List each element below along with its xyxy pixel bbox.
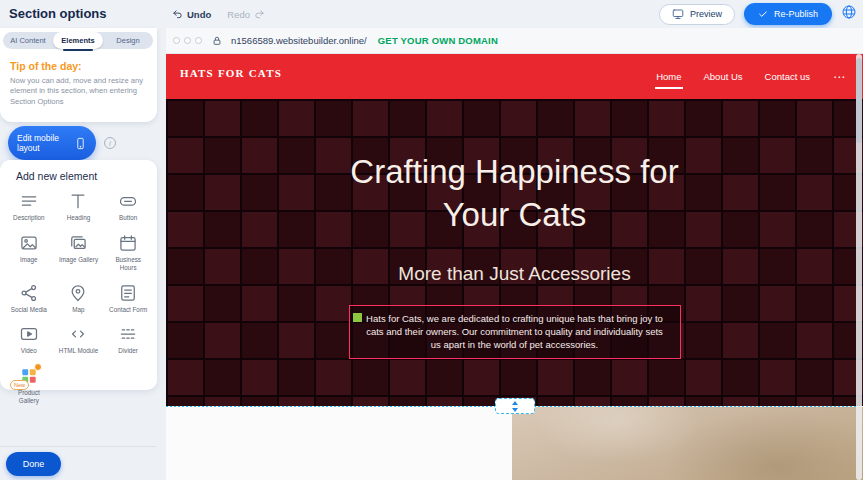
app-root: Section options Undo Redo Preview Re-Pub… [0,0,863,480]
sidebar-tabs: AI Content Elements Design [3,32,153,49]
divider-icon [118,324,138,344]
tab-ai-content[interactable]: AI Content [3,32,53,49]
add-element-contact-form[interactable]: Contact Form [103,283,153,314]
map-icon [68,283,88,303]
business-hours-icon [118,233,138,253]
nav-contact-us[interactable]: Contact us [764,67,811,86]
image-gallery-icon [68,233,88,253]
sidebar-top-panel: AI Content Elements Design Tip of the da… [0,28,157,122]
element-label: Contact Form [109,306,147,314]
tip-title: Tip of the day: [10,60,148,72]
new-badge: New [10,380,29,390]
element-label: Video [21,347,37,355]
globe-icon [841,4,857,20]
element-label: Map [72,306,84,314]
add-element-description[interactable]: Description [4,191,54,222]
button-icon [118,191,138,211]
site-header[interactable]: HATS FOR CATS Home About Us Contact us ⋯ [166,54,863,99]
redo-label: Redo [227,9,250,20]
undo-label: Undo [187,9,211,20]
element-grid: Description Heading Button Image Image G… [4,191,153,405]
undo-button[interactable]: Undo [172,9,211,20]
element-label: Image Gallery [59,256,98,264]
add-element-business-hours[interactable]: Business Hours [103,233,153,272]
sidebar: AI Content Elements Design Tip of the da… [0,28,166,480]
add-element-product-gallery[interactable]: New Product Gallery [4,366,54,405]
redo-button[interactable]: Redo [227,9,265,20]
site-nav: Home About Us Contact us ⋯ [655,54,847,99]
hero-body-text: Hats for Cats, we are dedicated to craft… [366,313,663,351]
nav-more-button[interactable]: ⋯ [831,70,847,84]
republish-button[interactable]: Re-Publish [744,3,832,25]
site-logo[interactable]: HATS FOR CATS [180,67,282,79]
html-module-icon [68,324,88,344]
site-url: n1566589.websitebuilder.online/ [231,35,367,46]
hero-text-selected[interactable]: Hats for Cats, we are dedicated to craft… [349,305,681,359]
preview-pane: n1566589.websitebuilder.online/ GET YOUR… [166,28,863,480]
add-element-button[interactable]: Button [103,191,153,222]
top-actions: Preview Re-Publish [659,0,857,28]
edit-mobile-layout-button[interactable]: Edit mobile layout [8,126,96,160]
done-button[interactable]: Done [6,452,61,476]
add-element-map[interactable]: Map [54,283,104,314]
browser-bar: n1566589.websitebuilder.online/ GET YOUR… [166,28,863,54]
hero-subtitle[interactable]: More than Just Accessories [166,263,863,285]
preview-scrollbar [856,54,862,480]
add-element-image-gallery[interactable]: Image Gallery [54,233,104,272]
edit-mobile-label: Edit mobile layout [17,133,67,153]
add-element-video[interactable]: Video [4,324,54,355]
nav-about-us[interactable]: About Us [703,67,744,86]
new-badge-dot [34,363,42,371]
tab-elements[interactable]: Elements [53,32,103,49]
redo-icon [254,9,265,20]
contact-form-icon [118,283,138,303]
lock-icon [206,32,224,50]
get-own-domain-link[interactable]: GET YOUR OWN DOMAIN [378,35,498,46]
add-element-divider[interactable]: Divider [103,324,153,355]
description-icon [19,191,39,211]
scrollbar-thumb[interactable] [856,58,862,143]
nav-home[interactable]: Home [655,67,682,86]
tip-body: Now you can add, move and resize any ele… [10,76,148,107]
video-icon [19,324,39,344]
element-label: Business Hours [107,256,149,272]
language-globe-button[interactable] [841,4,857,24]
element-label: Social Media [11,306,47,314]
resize-arrows-icon [511,401,519,412]
add-element-title: Add new element [16,170,153,182]
element-label: Image [20,256,38,264]
hero-title[interactable]: Crafting Happiness for Your Cats [315,151,715,237]
phone-icon [74,134,87,153]
window-dot-icon [195,37,202,44]
add-element-image[interactable]: Image [4,233,54,272]
check-icon [758,9,768,19]
next-section-image[interactable] [512,407,863,480]
preview-button[interactable]: Preview [659,4,735,25]
tab-label: AI Content [10,36,45,45]
section-resize-handle[interactable] [495,398,535,414]
tab-design[interactable]: Design [103,32,153,49]
element-label: Heading [67,214,90,222]
element-label: Divider [118,347,138,355]
edit-mobile-row: Edit mobile layout i [8,126,116,160]
drag-handle[interactable] [353,313,362,322]
window-dot-icon [184,37,191,44]
element-label: Button [119,214,137,222]
window-dot-icon [173,37,180,44]
topbar: Section options Undo Redo Preview Re-Pub… [0,0,863,28]
site-canvas: HATS FOR CATS Home About Us Contact us ⋯… [166,54,863,480]
add-element-heading[interactable]: Heading [54,191,104,222]
element-label: HTML Module [59,347,98,355]
image-icon [19,233,39,253]
hero-section[interactable]: Crafting Happiness for Your Cats More th… [166,99,863,406]
info-icon[interactable]: i [104,137,116,149]
undo-icon [172,9,183,20]
add-element-html-module[interactable]: HTML Module [54,324,104,355]
element-label: Description [13,214,45,222]
add-element-panel: Add new element Description Heading Butt… [0,160,157,390]
next-section[interactable] [166,407,863,480]
add-element-social-media[interactable]: Social Media [4,283,54,314]
preview-label: Preview [690,9,722,19]
republish-label: Re-Publish [774,9,818,19]
social-media-icon [19,283,39,303]
